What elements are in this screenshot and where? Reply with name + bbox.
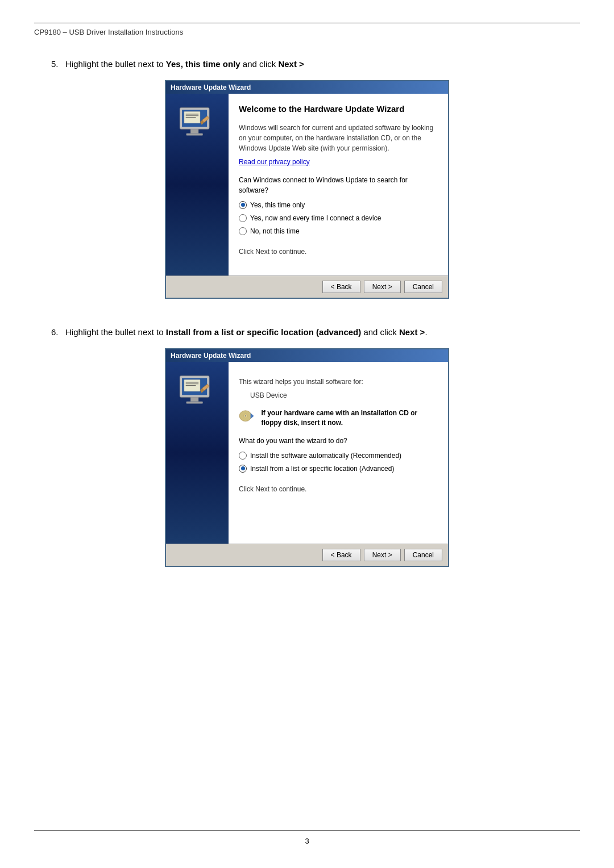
step-5-bold1: Yes, this time only	[166, 59, 240, 69]
radio-yes-every-time-label: Yes, now and every time I connect a devi…	[250, 213, 381, 223]
wizard-2-back-button[interactable]: < Back	[322, 549, 360, 561]
wizard-2-title-text: Hardware Update Wizard	[171, 352, 251, 360]
wizard-1: Hardware Update Wizard	[165, 80, 449, 299]
wizard-2-footer: < Back Next > Cancel	[166, 544, 448, 566]
wizard-1-heading: Welcome to the Hardware Update Wizard	[239, 103, 438, 116]
wizard-2-titlebar: Hardware Update Wizard	[166, 349, 448, 362]
radio-auto-label: Install the software automatically (Reco…	[250, 450, 401, 461]
svg-rect-12	[190, 397, 198, 402]
wizard-1-continue: Click Next to continue.	[239, 247, 438, 257]
hardware-icon	[175, 105, 214, 145]
radio-auto[interactable]: Install the software automatically (Reco…	[239, 450, 438, 461]
step-6: 6. Highlight the bullet next to Install …	[34, 327, 580, 567]
step-5-text-plain: Highlight the bullet next to	[65, 59, 166, 69]
svg-rect-2	[190, 129, 198, 133]
header: CP9180 – USB Driver Installation Instruc…	[34, 23, 580, 36]
step-5-instruction: 5. Highlight the bullet next to Yes, thi…	[51, 59, 580, 69]
step-6-instruction: 6. Highlight the bullet next to Install …	[51, 327, 580, 337]
wizard-2-cancel-button[interactable]: Cancel	[404, 549, 442, 561]
wizard-1-content: Welcome to the Hardware Update Wizard Wi…	[229, 94, 448, 276]
step-5-middle: and click	[240, 59, 279, 69]
wizard-2-sidebar	[166, 362, 229, 544]
header-title: CP9180 – USB Driver Installation Instruc…	[34, 28, 183, 36]
step-6-number: 6.	[51, 327, 59, 337]
wizard-1-next-button[interactable]: Next >	[364, 281, 401, 293]
cd-icon-area: If your hardware came with an installati…	[239, 408, 438, 428]
radio-list[interactable]: Install from a list or specific location…	[239, 464, 438, 474]
svg-rect-3	[186, 133, 203, 136]
wizard-1-sidebar	[166, 94, 229, 276]
step-6-text-plain: Highlight the bullet next to	[65, 327, 166, 337]
hardware-icon-2	[175, 373, 214, 413]
wizard-2-device: USB Device	[250, 390, 438, 400]
footer: 3	[34, 831, 580, 845]
wizard-1-footer: < Back Next > Cancel	[166, 276, 448, 298]
step-5-number: 5.	[51, 59, 59, 69]
step-5-bold2: Next >	[278, 59, 304, 69]
wizard-2: Hardware Update Wizard	[165, 348, 449, 567]
radio-yes-every-time-circle[interactable]	[239, 214, 247, 222]
wizard-2-content: This wizard helps you install software f…	[229, 362, 448, 544]
svg-marker-23	[251, 413, 254, 419]
svg-rect-13	[186, 402, 203, 404]
wizard-1-desc: Windows will search for current and upda…	[239, 123, 438, 153]
wizard-1-question: Can Windows connect to Windows Update to…	[239, 175, 438, 195]
wizard-1-body: Welcome to the Hardware Update Wizard Wi…	[166, 94, 448, 276]
radio-yes-this-time[interactable]: Yes, this time only	[239, 200, 438, 210]
wizard-1-title-text: Hardware Update Wizard	[171, 84, 251, 91]
privacy-policy-link[interactable]: Read our privacy policy	[239, 158, 310, 166]
cd-message: If your hardware came with an installati…	[261, 408, 438, 428]
radio-no-circle[interactable]	[239, 227, 247, 235]
radio-yes-this-time-label: Yes, this time only	[250, 200, 305, 210]
step-6-middle: and click	[361, 327, 399, 337]
wizard-2-continue: Click Next to continue.	[239, 484, 438, 494]
step-6-bold1: Install from a list or specific location…	[166, 327, 361, 337]
wizard-1-back-button[interactable]: < Back	[322, 281, 360, 293]
page: CP9180 – USB Driver Installation Instruc…	[0, 0, 614, 868]
step-5: 5. Highlight the bullet next to Yes, thi…	[34, 59, 580, 299]
wizard-1-cancel-button[interactable]: Cancel	[404, 281, 442, 293]
page-number: 3	[305, 837, 309, 845]
wizard-1-titlebar: Hardware Update Wizard	[166, 81, 448, 94]
radio-yes-every-time[interactable]: Yes, now and every time I connect a devi…	[239, 213, 438, 223]
wizard-2-body: This wizard helps you install software f…	[166, 362, 448, 544]
cd-icon	[239, 410, 255, 427]
wizard-2-intro: This wizard helps you install software f…	[239, 377, 438, 387]
svg-point-22	[245, 415, 246, 416]
radio-yes-this-time-circle[interactable]	[239, 201, 247, 209]
radio-list-circle[interactable]	[239, 465, 247, 473]
wizard-2-question: What do you want the wizard to do?	[239, 436, 438, 446]
radio-no[interactable]: No, not this time	[239, 226, 438, 236]
radio-list-label: Install from a list or specific location…	[250, 464, 394, 474]
wizard-2-next-button[interactable]: Next >	[364, 549, 401, 561]
step-6-suffix: .	[425, 327, 427, 337]
radio-no-label: No, not this time	[250, 226, 300, 236]
radio-auto-circle[interactable]	[239, 452, 247, 460]
step-6-bold2: Next >	[399, 327, 425, 337]
